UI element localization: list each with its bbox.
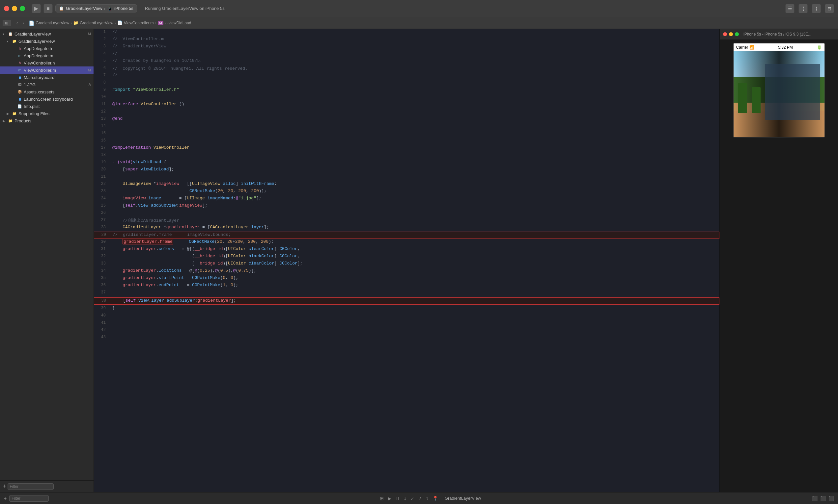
add-button[interactable]: + <box>3 483 6 490</box>
maximize-button[interactable] <box>20 6 25 11</box>
debug-btn[interactable]: ⑊ <box>426 496 429 501</box>
play-button[interactable]: ▶ <box>32 4 41 13</box>
storyboard-icon: ◼ <box>17 96 22 102</box>
arrow-icon: ▾ <box>3 32 6 36</box>
assets-name: Assets.xcassets <box>24 89 91 94</box>
add-target-btn[interactable]: + <box>4 496 6 501</box>
h-file-icon: h <box>17 46 22 51</box>
location-btn[interactable]: 📍 <box>432 496 438 501</box>
status-bar: + ⊞ ▶ ⏸ ⤵ ↙ ↗ ⑊ 📍 GradientLayerView ⬛ ⬛ … <box>0 492 838 504</box>
code-line-43: 43 <box>94 334 719 341</box>
step-over-btn[interactable]: ⤵ <box>404 496 406 501</box>
view-toggle-btn[interactable]: ⊞ <box>380 496 384 501</box>
sidebar-item-1jpg[interactable]: ▾ 🖼 1.JPG A <box>0 81 93 88</box>
code-line-32: 32 (__bridge id)[UIColor blackColor].CGC… <box>94 253 719 260</box>
code-line-41: 41 <box>94 320 719 327</box>
code-editor[interactable]: 1 // 2 // ViewController.m 3 // Gradient… <box>94 29 719 492</box>
sim-close-btn[interactable] <box>723 32 727 36</box>
scheme-selector[interactable]: 📋 GradientLayerView › 📱 iPhone 5s <box>55 4 137 13</box>
code-line-21: 21 <box>94 174 719 181</box>
breadcrumb-file[interactable]: 📄 ViewController.m <box>117 20 154 25</box>
code-line-6: 6 // Copyright © 2016年 huangfei. All rig… <box>94 65 719 72</box>
step-in-btn[interactable]: ↙ <box>410 496 414 501</box>
modified-badge: M <box>88 68 91 72</box>
folder-icon: 📁 <box>12 38 17 44</box>
sidebar-item-appdelegate-h[interactable]: ▾ h AppDelegate.h <box>0 45 93 52</box>
sidebar-item-main-storyboard[interactable]: ▾ ◼ Main.storyboard <box>0 74 93 81</box>
file-navigator: ▾ 📋 GradientLayerView M ▾ 📁 GradientLaye… <box>0 29 94 492</box>
sidebar-item-root[interactable]: ▾ 📋 GradientLayerView M <box>0 30 93 37</box>
viewcontroller-h-name: ViewController.h <box>24 60 91 66</box>
code-line-5: 5 // Created by huangfei on 16/10/5. <box>94 58 719 65</box>
main-storyboard-name: Main.storyboard <box>24 75 91 80</box>
sidebar-item-products[interactable]: ▶ 📁 Products <box>0 117 93 124</box>
sidebar-item-supporting-files[interactable]: ▶ 📁 Supporting Files <box>0 110 93 117</box>
code-line-18: 18 <box>94 152 719 159</box>
code-line-30: 30 gradientLayer.frame = CGRectMake(20, … <box>94 239 719 246</box>
arrow-icon: ▶ <box>6 112 11 115</box>
sidebar-item-group[interactable]: ▾ 📁 GradientLayerView <box>0 37 93 45</box>
code-line-8: 8 <box>94 79 719 87</box>
nav-buttons: ‹ › <box>15 20 26 26</box>
sidebar-item-viewcontroller-h[interactable]: ▾ h ViewController.h <box>0 59 93 67</box>
filter-input[interactable] <box>7 483 54 490</box>
navigator-btn[interactable]: ⬛ <box>812 496 818 501</box>
main-content: ▾ 📋 GradientLayerView M ▾ 📁 GradientLaye… <box>0 29 838 492</box>
sidebar-item-launchscreen[interactable]: ▾ ◼ LaunchScreen.storyboard <box>0 95 93 103</box>
step-out-btn[interactable]: ↗ <box>418 496 422 501</box>
code-line-33: 33 (__bridge id)[UIColor clearColor].CGC… <box>94 260 719 268</box>
inspector-btn[interactable]: ⬛ <box>828 496 834 501</box>
status-right: ⬛ ⬛ ⬛ <box>812 496 834 501</box>
code-line-36: 36 gradientLayer.endPoint = CGPointMake(… <box>94 282 719 289</box>
sidebar-item-infoplist[interactable]: ▾ 📄 Info.plist <box>0 103 93 110</box>
breadcrumb-method[interactable]: -viewDidLoad <box>167 21 191 25</box>
sidebar-item-assets[interactable]: ▾ 📦 Assets.xcassets <box>0 88 93 95</box>
root-name: GradientLayerView <box>15 32 87 37</box>
title-bar-right: ☰ ⟨ ⟩ ⊟ <box>785 4 834 13</box>
iphone-status-bar: Carrier 📶 5:32 PM 🔋 <box>734 43 824 51</box>
iphone-frame: Carrier 📶 5:32 PM 🔋 <box>720 39 838 492</box>
run-scheme-btn[interactable]: ▶ <box>388 496 391 501</box>
added-badge: A <box>89 83 91 87</box>
breadcrumb-project[interactable]: 📄 GradientLayerView <box>29 20 69 26</box>
scheme-name: GradientLayerView <box>66 6 102 11</box>
appdelegate-h-name: AppDelegate.h <box>24 46 91 51</box>
group-name: GradientLayerView <box>18 39 91 44</box>
sidebar-item-appdelegate-m[interactable]: ▾ m AppDelegate.m <box>0 52 93 59</box>
jpg-icon: 🖼 <box>17 82 22 87</box>
breadcrumb-type[interactable]: M <box>158 21 164 25</box>
layout-btn[interactable]: ⊟ <box>825 4 834 13</box>
code-line-23: 23 CGRectMake(20, 20, 200, 200)]; <box>94 188 719 195</box>
plist-icon: 📄 <box>17 104 22 109</box>
pause-btn[interactable]: ⏸ <box>395 496 400 501</box>
code-line-17: 17 @implementation ViewController <box>94 145 719 152</box>
status-left: + <box>4 495 49 502</box>
debug-area-btn[interactable]: ⬛ <box>820 496 826 501</box>
code-line-26: 26 <box>94 210 719 217</box>
breadcrumb-bar: ⊞ ‹ › 📄 GradientLayerView › 📁 GradientLa… <box>0 17 838 29</box>
sim-min-btn[interactable] <box>729 32 733 36</box>
arrow-icon: ▾ <box>6 39 11 43</box>
code-line-9: 9 #import "ViewController.h" <box>94 87 719 94</box>
breadcrumb-group[interactable]: 📁 GradientLayerView <box>73 20 113 25</box>
forward-btn[interactable]: ⟩ <box>811 4 821 13</box>
back-btn[interactable]: ⟨ <box>799 4 808 13</box>
m-file-icon: m <box>17 68 22 73</box>
view-switcher: ⊞ <box>3 20 11 26</box>
sidebar-item-viewcontroller-m[interactable]: ▾ m ViewController.m M <box>0 67 93 74</box>
status-center: ⊞ ▶ ⏸ ⤵ ↙ ↗ ⑊ 📍 GradientLayerView <box>53 496 808 501</box>
stop-button[interactable]: ■ <box>44 4 53 13</box>
code-line-12: 12 <box>94 109 719 116</box>
device-name: iPhone 5s <box>114 6 133 11</box>
list-view-btn[interactable]: ☰ <box>785 4 794 13</box>
grid-view-btn[interactable]: ⊞ <box>3 20 11 26</box>
minimize-button[interactable] <box>12 6 17 11</box>
code-line-11: 11 @interface ViewController () <box>94 101 719 109</box>
sim-max-btn[interactable] <box>735 32 739 36</box>
code-line-40: 40 <box>94 312 719 320</box>
close-button[interactable] <box>4 6 9 11</box>
nav-back-btn[interactable]: ‹ <box>15 20 20 26</box>
appdelegate-m-name: AppDelegate.m <box>24 53 91 58</box>
nav-forward-btn[interactable]: › <box>21 20 27 26</box>
filter-search-input[interactable] <box>9 495 49 502</box>
